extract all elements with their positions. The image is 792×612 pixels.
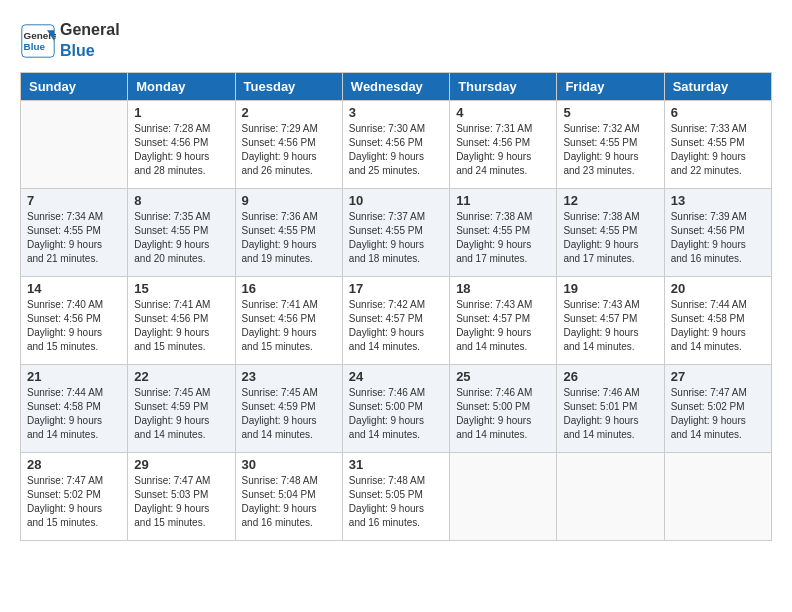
day-info: Sunrise: 7:41 AM Sunset: 4:56 PM Dayligh… bbox=[242, 298, 336, 354]
day-info: Sunrise: 7:41 AM Sunset: 4:56 PM Dayligh… bbox=[134, 298, 228, 354]
day-info: Sunrise: 7:47 AM Sunset: 5:02 PM Dayligh… bbox=[671, 386, 765, 442]
calendar-cell: 16Sunrise: 7:41 AM Sunset: 4:56 PM Dayli… bbox=[235, 276, 342, 364]
page-header: General Blue General Blue bbox=[20, 20, 772, 62]
col-header-tuesday: Tuesday bbox=[235, 72, 342, 100]
day-number: 31 bbox=[349, 457, 443, 472]
day-info: Sunrise: 7:37 AM Sunset: 4:55 PM Dayligh… bbox=[349, 210, 443, 266]
day-info: Sunrise: 7:36 AM Sunset: 4:55 PM Dayligh… bbox=[242, 210, 336, 266]
calendar-cell: 31Sunrise: 7:48 AM Sunset: 5:05 PM Dayli… bbox=[342, 452, 449, 540]
day-number: 3 bbox=[349, 105, 443, 120]
day-number: 30 bbox=[242, 457, 336, 472]
day-number: 29 bbox=[134, 457, 228, 472]
logo-icon: General Blue bbox=[20, 23, 56, 59]
day-info: Sunrise: 7:32 AM Sunset: 4:55 PM Dayligh… bbox=[563, 122, 657, 178]
col-header-thursday: Thursday bbox=[450, 72, 557, 100]
day-number: 26 bbox=[563, 369, 657, 384]
day-info: Sunrise: 7:47 AM Sunset: 5:03 PM Dayligh… bbox=[134, 474, 228, 530]
day-info: Sunrise: 7:39 AM Sunset: 4:56 PM Dayligh… bbox=[671, 210, 765, 266]
calendar-cell: 11Sunrise: 7:38 AM Sunset: 4:55 PM Dayli… bbox=[450, 188, 557, 276]
calendar-cell bbox=[664, 452, 771, 540]
day-number: 20 bbox=[671, 281, 765, 296]
calendar-cell: 8Sunrise: 7:35 AM Sunset: 4:55 PM Daylig… bbox=[128, 188, 235, 276]
calendar-cell: 22Sunrise: 7:45 AM Sunset: 4:59 PM Dayli… bbox=[128, 364, 235, 452]
calendar-cell: 9Sunrise: 7:36 AM Sunset: 4:55 PM Daylig… bbox=[235, 188, 342, 276]
day-number: 13 bbox=[671, 193, 765, 208]
day-number: 11 bbox=[456, 193, 550, 208]
day-info: Sunrise: 7:43 AM Sunset: 4:57 PM Dayligh… bbox=[563, 298, 657, 354]
col-header-monday: Monday bbox=[128, 72, 235, 100]
day-info: Sunrise: 7:48 AM Sunset: 5:04 PM Dayligh… bbox=[242, 474, 336, 530]
day-number: 9 bbox=[242, 193, 336, 208]
day-number: 5 bbox=[563, 105, 657, 120]
calendar-cell: 28Sunrise: 7:47 AM Sunset: 5:02 PM Dayli… bbox=[21, 452, 128, 540]
calendar-cell bbox=[450, 452, 557, 540]
calendar-cell: 27Sunrise: 7:47 AM Sunset: 5:02 PM Dayli… bbox=[664, 364, 771, 452]
day-number: 15 bbox=[134, 281, 228, 296]
day-number: 8 bbox=[134, 193, 228, 208]
day-number: 4 bbox=[456, 105, 550, 120]
day-number: 10 bbox=[349, 193, 443, 208]
day-info: Sunrise: 7:31 AM Sunset: 4:56 PM Dayligh… bbox=[456, 122, 550, 178]
calendar-week-row: 28Sunrise: 7:47 AM Sunset: 5:02 PM Dayli… bbox=[21, 452, 772, 540]
calendar-cell: 26Sunrise: 7:46 AM Sunset: 5:01 PM Dayli… bbox=[557, 364, 664, 452]
day-number: 25 bbox=[456, 369, 550, 384]
day-number: 7 bbox=[27, 193, 121, 208]
calendar-cell: 30Sunrise: 7:48 AM Sunset: 5:04 PM Dayli… bbox=[235, 452, 342, 540]
logo: General Blue General Blue bbox=[20, 20, 120, 62]
day-info: Sunrise: 7:28 AM Sunset: 4:56 PM Dayligh… bbox=[134, 122, 228, 178]
day-number: 21 bbox=[27, 369, 121, 384]
day-number: 23 bbox=[242, 369, 336, 384]
calendar-cell: 3Sunrise: 7:30 AM Sunset: 4:56 PM Daylig… bbox=[342, 100, 449, 188]
day-info: Sunrise: 7:48 AM Sunset: 5:05 PM Dayligh… bbox=[349, 474, 443, 530]
day-info: Sunrise: 7:43 AM Sunset: 4:57 PM Dayligh… bbox=[456, 298, 550, 354]
svg-text:Blue: Blue bbox=[24, 41, 46, 52]
day-info: Sunrise: 7:44 AM Sunset: 4:58 PM Dayligh… bbox=[27, 386, 121, 442]
col-header-wednesday: Wednesday bbox=[342, 72, 449, 100]
day-number: 16 bbox=[242, 281, 336, 296]
calendar-week-row: 21Sunrise: 7:44 AM Sunset: 4:58 PM Dayli… bbox=[21, 364, 772, 452]
col-header-friday: Friday bbox=[557, 72, 664, 100]
calendar-header-row: SundayMondayTuesdayWednesdayThursdayFrid… bbox=[21, 72, 772, 100]
day-info: Sunrise: 7:29 AM Sunset: 4:56 PM Dayligh… bbox=[242, 122, 336, 178]
day-info: Sunrise: 7:46 AM Sunset: 5:00 PM Dayligh… bbox=[349, 386, 443, 442]
day-number: 18 bbox=[456, 281, 550, 296]
day-info: Sunrise: 7:40 AM Sunset: 4:56 PM Dayligh… bbox=[27, 298, 121, 354]
calendar-cell: 2Sunrise: 7:29 AM Sunset: 4:56 PM Daylig… bbox=[235, 100, 342, 188]
day-info: Sunrise: 7:35 AM Sunset: 4:55 PM Dayligh… bbox=[134, 210, 228, 266]
day-number: 14 bbox=[27, 281, 121, 296]
calendar-cell: 19Sunrise: 7:43 AM Sunset: 4:57 PM Dayli… bbox=[557, 276, 664, 364]
day-info: Sunrise: 7:33 AM Sunset: 4:55 PM Dayligh… bbox=[671, 122, 765, 178]
day-number: 2 bbox=[242, 105, 336, 120]
calendar-cell: 14Sunrise: 7:40 AM Sunset: 4:56 PM Dayli… bbox=[21, 276, 128, 364]
calendar-cell: 7Sunrise: 7:34 AM Sunset: 4:55 PM Daylig… bbox=[21, 188, 128, 276]
calendar-cell bbox=[557, 452, 664, 540]
day-number: 19 bbox=[563, 281, 657, 296]
day-info: Sunrise: 7:46 AM Sunset: 5:01 PM Dayligh… bbox=[563, 386, 657, 442]
calendar-week-row: 7Sunrise: 7:34 AM Sunset: 4:55 PM Daylig… bbox=[21, 188, 772, 276]
calendar-cell: 10Sunrise: 7:37 AM Sunset: 4:55 PM Dayli… bbox=[342, 188, 449, 276]
calendar-cell bbox=[21, 100, 128, 188]
day-info: Sunrise: 7:46 AM Sunset: 5:00 PM Dayligh… bbox=[456, 386, 550, 442]
calendar-week-row: 14Sunrise: 7:40 AM Sunset: 4:56 PM Dayli… bbox=[21, 276, 772, 364]
calendar-cell: 4Sunrise: 7:31 AM Sunset: 4:56 PM Daylig… bbox=[450, 100, 557, 188]
logo-text: General Blue bbox=[60, 20, 120, 62]
calendar-cell: 24Sunrise: 7:46 AM Sunset: 5:00 PM Dayli… bbox=[342, 364, 449, 452]
calendar-cell: 13Sunrise: 7:39 AM Sunset: 4:56 PM Dayli… bbox=[664, 188, 771, 276]
calendar-table: SundayMondayTuesdayWednesdayThursdayFrid… bbox=[20, 72, 772, 541]
day-number: 17 bbox=[349, 281, 443, 296]
day-info: Sunrise: 7:45 AM Sunset: 4:59 PM Dayligh… bbox=[242, 386, 336, 442]
day-info: Sunrise: 7:44 AM Sunset: 4:58 PM Dayligh… bbox=[671, 298, 765, 354]
calendar-week-row: 1Sunrise: 7:28 AM Sunset: 4:56 PM Daylig… bbox=[21, 100, 772, 188]
calendar-cell: 18Sunrise: 7:43 AM Sunset: 4:57 PM Dayli… bbox=[450, 276, 557, 364]
day-info: Sunrise: 7:45 AM Sunset: 4:59 PM Dayligh… bbox=[134, 386, 228, 442]
day-info: Sunrise: 7:38 AM Sunset: 4:55 PM Dayligh… bbox=[563, 210, 657, 266]
calendar-cell: 23Sunrise: 7:45 AM Sunset: 4:59 PM Dayli… bbox=[235, 364, 342, 452]
calendar-cell: 21Sunrise: 7:44 AM Sunset: 4:58 PM Dayli… bbox=[21, 364, 128, 452]
day-info: Sunrise: 7:42 AM Sunset: 4:57 PM Dayligh… bbox=[349, 298, 443, 354]
calendar-cell: 1Sunrise: 7:28 AM Sunset: 4:56 PM Daylig… bbox=[128, 100, 235, 188]
col-header-saturday: Saturday bbox=[664, 72, 771, 100]
day-info: Sunrise: 7:34 AM Sunset: 4:55 PM Dayligh… bbox=[27, 210, 121, 266]
calendar-cell: 17Sunrise: 7:42 AM Sunset: 4:57 PM Dayli… bbox=[342, 276, 449, 364]
day-number: 22 bbox=[134, 369, 228, 384]
day-number: 1 bbox=[134, 105, 228, 120]
